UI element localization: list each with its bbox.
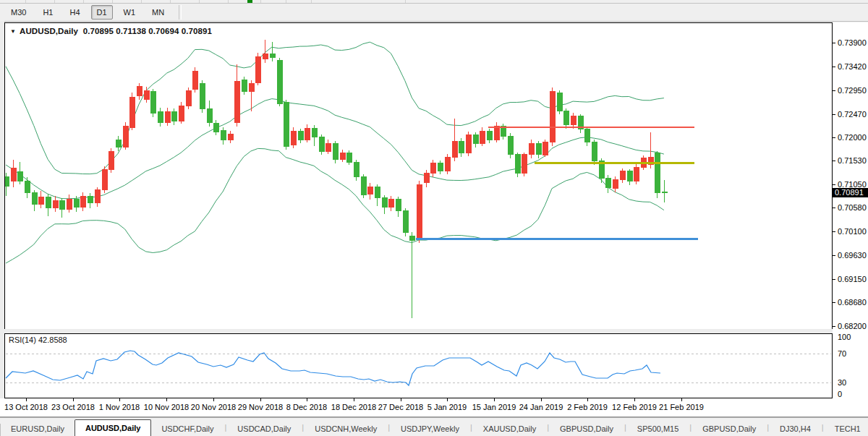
rsi-value: 42.8588 <box>38 335 67 344</box>
tab-usdcnh-weekly[interactable]: USDCNH,Weekly <box>305 422 387 436</box>
time-tick <box>401 398 401 401</box>
time-tick <box>494 398 495 401</box>
chart-title: ▼AUDUSD,Daily 0.70895 0.71138 0.70694 0.… <box>10 27 212 35</box>
toolbar-separator <box>405 0 406 3</box>
price-tick-label: 0.71530 <box>838 156 867 165</box>
chart-tab-bar: EURUSD,DailyAUDUSD,DailyUSDCHF,Daily|USD… <box>0 417 868 436</box>
rsi-chart[interactable] <box>5 334 832 398</box>
time-tick-label: 5 Jan 2019 <box>427 403 467 411</box>
time-tick-label: 24 Jan 2019 <box>519 403 563 411</box>
price-tick-label: 0.70100 <box>838 227 867 236</box>
candles <box>5 40 667 319</box>
price-tick <box>833 326 835 327</box>
time-tick-label: 27 Dec 2018 <box>378 403 423 411</box>
time-tick <box>73 398 74 401</box>
price-tick-label: 0.70580 <box>838 203 867 212</box>
price-tick <box>833 43 835 43</box>
price-tick <box>833 231 835 232</box>
time-tick-label: 21 Feb 2019 <box>659 403 704 411</box>
chart-symbol-period: AUDUSD,Daily <box>20 27 78 35</box>
toolbar-separator <box>311 0 312 3</box>
tab-usdjpy-weekly[interactable]: USDJPY,Weekly <box>391 422 469 436</box>
bollinger-lower-band[interactable] <box>6 148 664 263</box>
current-price-tag: 0.70891 <box>833 188 868 197</box>
time-tick <box>260 398 261 401</box>
timeframe-button-h4[interactable]: H4 <box>64 5 85 20</box>
rsi-level-label: 70 <box>838 349 846 358</box>
rsi-indicator-area[interactable] <box>4 333 833 398</box>
candlestick-chart[interactable] <box>5 23 832 329</box>
time-tick-label: 12 Feb 2019 <box>612 403 657 411</box>
time-tick <box>447 398 448 401</box>
toolbar-separator <box>228 0 229 3</box>
toolbar-separator <box>141 0 142 3</box>
timeframe-button-d1[interactable]: D1 <box>91 5 113 20</box>
time-tick <box>213 398 214 401</box>
price-tick <box>833 184 835 185</box>
timeframe-toolbar: M30H1H4D1W1MN <box>0 4 868 22</box>
rsi-level-label: 0 <box>838 390 842 398</box>
time-tick-label: 13 Oct 2018 <box>4 403 48 411</box>
chevron-down-icon[interactable]: ▼ <box>10 28 16 35</box>
price-tick-label: 0.68680 <box>838 298 867 307</box>
time-tick <box>354 398 354 401</box>
toolbar-separator <box>112 0 113 3</box>
toolbar-separator <box>83 0 84 3</box>
tab-usdcad-daily[interactable]: USDCAD,Daily <box>227 422 301 436</box>
tab-sp500-m15[interactable]: SP500,M15 <box>627 422 689 436</box>
tab-xauusd-daily[interactable]: XAUUSD,Daily <box>473 422 546 436</box>
time-axis[interactable]: 13 Oct 201823 Oct 20181 Nov 201810 Nov 2… <box>0 398 868 417</box>
time-tick-label: 15 Jan 2019 <box>472 403 516 411</box>
price-tick-label: 0.72950 <box>838 86 867 95</box>
rsi-line <box>6 351 660 385</box>
mt4-window: M30H1H4D1W1MN ▼AUDUSD,Daily 0.70895 0.71… <box>0 0 868 436</box>
price-tick-label: 0.69630 <box>838 251 867 260</box>
rsi-level-label: 30 <box>838 378 846 387</box>
toolbar-separator <box>54 0 55 3</box>
price-tick-label: 0.73420 <box>838 62 867 71</box>
price-chart-area[interactable] <box>4 22 833 330</box>
time-tick <box>307 398 307 401</box>
price-tick <box>833 67 835 67</box>
time-tick-label: 10 Nov 2018 <box>144 403 189 411</box>
chart-ohlc-values: 0.70895 0.71138 0.70694 0.70891 <box>83 27 212 35</box>
time-tick <box>26 398 27 401</box>
time-tick-label: 2 Feb 2019 <box>567 403 608 411</box>
tab-tech1[interactable]: TECH1 <box>825 422 868 436</box>
price-tick-label: 0.72000 <box>838 133 867 142</box>
toolbar-separator <box>25 0 26 3</box>
timeframe-button-mn[interactable]: MN <box>146 5 170 20</box>
time-tick-label: 18 Dec 2018 <box>331 403 376 411</box>
tab-usdchf-daily[interactable]: USDCHF,Daily <box>151 422 224 436</box>
timeframe-button-m30[interactable]: M30 <box>5 5 32 20</box>
price-tick-label: 0.68200 <box>838 322 867 330</box>
time-tick <box>541 398 542 401</box>
time-tick <box>166 398 167 401</box>
tab-gbpusd-daily[interactable]: GBPUSD,Daily <box>550 422 624 436</box>
price-tick <box>833 208 835 208</box>
toolbar-separator <box>170 0 171 3</box>
price-tick <box>833 161 835 161</box>
price-axis[interactable]: 0.739000.734200.729500.724700.720000.715… <box>833 22 868 398</box>
time-tick <box>681 398 682 401</box>
tab-dj30-h4[interactable]: DJ30,H4 <box>770 422 821 436</box>
price-tick-label: 0.73900 <box>838 38 867 47</box>
time-tick <box>587 398 588 401</box>
tab-gbpusd-daily[interactable]: GBPUSD,Daily <box>692 422 766 436</box>
tab-audusd-daily[interactable]: AUDUSD,Daily <box>75 419 151 436</box>
price-tick <box>833 302 835 303</box>
status-indicator <box>247 0 252 3</box>
price-tick-label: 0.69150 <box>838 275 867 283</box>
time-tick <box>119 398 120 401</box>
time-tick-label: 8 Dec 2018 <box>286 403 327 411</box>
price-tick <box>833 90 835 91</box>
price-tick <box>833 255 835 256</box>
timeframe-button-h1[interactable]: H1 <box>37 5 59 20</box>
tab-eurusd-daily[interactable]: EURUSD,Daily <box>1 422 75 436</box>
rsi-level-label: 100 <box>838 333 851 341</box>
rsi-label: RSI(14) 42.8588 <box>9 335 67 344</box>
toolbar-separator <box>260 0 261 3</box>
time-tick-label: 23 Oct 2018 <box>51 403 95 411</box>
time-tick-label: 1 Nov 2018 <box>99 403 140 411</box>
timeframe-button-w1[interactable]: W1 <box>118 5 142 20</box>
